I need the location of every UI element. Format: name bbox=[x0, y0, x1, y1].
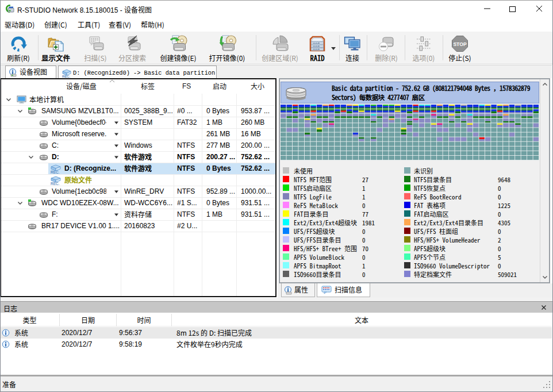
svg-text:REC.: REC. bbox=[62, 75, 71, 78]
svg-text:REC.: REC. bbox=[51, 182, 60, 185]
svg-text:REC.: REC. bbox=[51, 170, 60, 174]
svg-text:STOP: STOP bbox=[453, 41, 467, 47]
